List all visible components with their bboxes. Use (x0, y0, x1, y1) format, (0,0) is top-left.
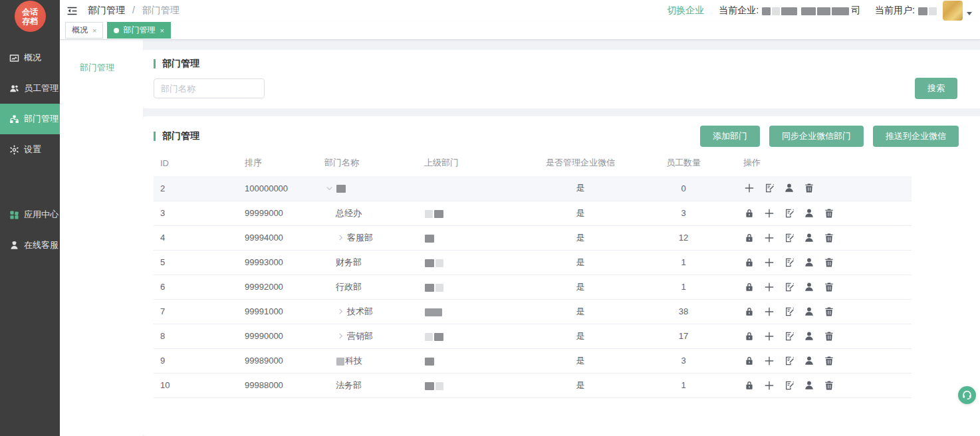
collapse-sidebar-icon[interactable] (66, 5, 78, 17)
user-menu-caret-icon[interactable] (967, 12, 972, 15)
plus-icon[interactable] (763, 257, 775, 268)
edit-icon[interactable] (783, 281, 795, 292)
plus-icon[interactable] (763, 306, 775, 317)
sidebar-item-online-service[interactable]: 在线客服 (0, 230, 60, 261)
lock-icon[interactable] (743, 232, 755, 243)
edit-icon[interactable] (783, 207, 795, 219)
search-card-title: 部门管理 (154, 58, 969, 70)
trash-icon[interactable] (823, 306, 834, 317)
tab-department[interactable]: 部门管理× (107, 22, 170, 39)
table-row[interactable]: 999989000 科技是3 (154, 348, 912, 373)
column-header: 部门名称 (318, 150, 418, 176)
table-row[interactable]: 799991000技术部是38 (154, 299, 912, 324)
cell-manage-wecom: 是 (531, 373, 630, 397)
trash-icon[interactable] (823, 380, 834, 391)
table-row[interactable]: 899990000营销部是17 (154, 324, 912, 348)
plus-icon[interactable] (763, 330, 775, 342)
user-avatar[interactable] (943, 1, 963, 21)
customer-service-fab[interactable] (958, 386, 976, 404)
push-to-wecom-button[interactable]: 推送到企业微信 (873, 126, 959, 147)
trash-icon[interactable] (823, 281, 834, 292)
trash-icon[interactable] (823, 207, 834, 219)
cell-sort: 99990000 (238, 324, 318, 348)
table-row[interactable]: 2100000000 是0 (154, 176, 912, 201)
cell-sort: 99991000 (238, 299, 318, 324)
lock-icon[interactable] (743, 355, 755, 366)
chevron-right-icon[interactable] (336, 233, 345, 243)
sidebar-item-department[interactable]: 部门管理 (0, 104, 60, 134)
chevron-down-icon[interactable] (324, 183, 334, 193)
table-row[interactable]: 699992000行政部是1 (154, 274, 912, 299)
trash-icon[interactable] (803, 183, 814, 194)
table-row[interactable]: 499994000客服部是12 (154, 225, 912, 250)
table-row[interactable]: 599993000财务部是1 (154, 250, 912, 274)
cell-department-name: 科技 (318, 348, 418, 373)
trash-icon[interactable] (823, 330, 834, 342)
lock-icon[interactable] (743, 306, 755, 317)
plus-icon[interactable] (743, 183, 755, 194)
trash-icon[interactable] (823, 355, 834, 366)
user-icon[interactable] (783, 183, 795, 194)
lock-icon[interactable] (743, 380, 755, 391)
lock-icon[interactable] (743, 281, 755, 292)
edit-icon[interactable] (783, 380, 795, 391)
edit-icon[interactable] (783, 355, 795, 366)
sidebar-item-employee[interactable]: 员工管理 (0, 73, 60, 104)
sidebar-item-overview[interactable]: 概况 (0, 43, 60, 73)
cell-sort: 99992000 (238, 274, 318, 299)
sidebar-item-settings[interactable]: 设置 (0, 134, 60, 165)
user-icon[interactable] (803, 207, 814, 219)
table-row[interactable]: 1099988000法务部是1 (154, 373, 912, 397)
department-name: 行政部 (336, 281, 362, 293)
subsidebar-item-department[interactable]: 部门管理 (60, 56, 143, 80)
plus-icon[interactable] (763, 207, 775, 219)
switch-company-link[interactable]: 切换企业 (667, 5, 704, 17)
sidebar-item-app-center[interactable]: 应用中心 (0, 199, 60, 230)
plus-icon[interactable] (763, 380, 775, 391)
search-button[interactable]: 搜索 (915, 78, 957, 99)
cell-department-name: 财务部 (318, 250, 418, 274)
cell-manage-wecom: 是 (531, 250, 630, 274)
plus-icon[interactable] (763, 355, 775, 366)
user-icon[interactable] (803, 232, 814, 243)
cell-department-name: 技术部 (318, 299, 418, 324)
title-accent-bar (154, 132, 156, 141)
cell-operations (737, 274, 912, 299)
cell-id: 6 (154, 274, 238, 299)
table-row[interactable]: 399999000总经办是3 (154, 201, 912, 225)
lock-icon[interactable] (743, 257, 755, 268)
user-icon[interactable] (803, 257, 814, 268)
user-icon[interactable] (803, 306, 814, 317)
department-name: 营销部 (347, 330, 373, 342)
headset-icon (961, 389, 973, 401)
sync-wecom-departments-button[interactable]: 同步企业微信部门 (769, 126, 864, 147)
logo-text-line1: 会话 (22, 7, 38, 17)
user-icon[interactable] (803, 281, 814, 292)
edit-icon[interactable] (783, 257, 795, 268)
trash-icon[interactable] (823, 257, 834, 268)
add-department-button[interactable]: 添加部门 (700, 126, 760, 147)
tab-overview[interactable]: 概况× (65, 22, 103, 39)
plus-icon[interactable] (763, 281, 775, 292)
department-name-input[interactable] (154, 78, 265, 98)
cell-operations (737, 373, 912, 397)
edit-icon[interactable] (783, 232, 795, 243)
edit-icon[interactable] (783, 306, 795, 317)
tab-close-icon[interactable]: × (92, 27, 96, 35)
cell-manage-wecom: 是 (531, 299, 630, 324)
edit-icon[interactable] (763, 183, 775, 194)
lock-icon[interactable] (743, 330, 755, 342)
chevron-right-icon[interactable] (336, 307, 345, 316)
chevron-right-icon[interactable] (336, 332, 345, 341)
column-header: 是否管理企业微信 (531, 150, 630, 176)
user-icon[interactable] (803, 355, 814, 366)
user-icon[interactable] (803, 380, 814, 391)
trash-icon[interactable] (823, 232, 834, 243)
tab-close-icon[interactable]: × (160, 27, 164, 35)
breadcrumb-parent[interactable]: 部门管理 (88, 5, 125, 15)
edit-icon[interactable] (783, 330, 795, 342)
user-icon[interactable] (803, 330, 814, 342)
lock-icon[interactable] (743, 207, 755, 219)
plus-icon[interactable] (763, 232, 775, 243)
company-name-redacted (761, 5, 850, 16)
